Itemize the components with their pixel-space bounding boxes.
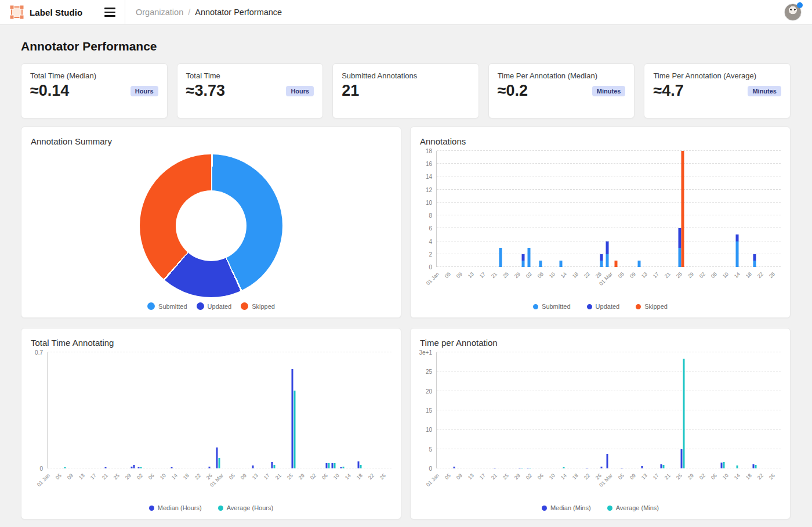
legend-item[interactable]: Average (Hours) (218, 504, 274, 511)
breadcrumb-parent-organization[interactable]: Organization (136, 8, 183, 17)
x-tick-label: 29 (687, 271, 695, 279)
x-tick-label: 05 (55, 472, 63, 481)
legend-item[interactable]: Skipped (241, 302, 275, 310)
legend-item[interactable]: Submitted (533, 303, 571, 310)
x-tick-label: 09 (455, 271, 463, 279)
legend-dot-icon (218, 506, 223, 511)
stat-unit-badge: Minutes (748, 86, 781, 96)
average-bar (683, 359, 684, 468)
legend-label: Updated (596, 303, 620, 310)
label-studio-logo-icon[interactable] (9, 5, 24, 20)
bar-segment (600, 261, 603, 267)
x-tick-label: 18 (571, 472, 579, 481)
bar-group (171, 352, 173, 468)
stat-card-total-time: Total Time ≈3.73 Hours (177, 63, 324, 118)
y-tick-label: 0.7 (35, 349, 43, 356)
y-tick-label: 2 (429, 251, 432, 257)
bar-group (563, 352, 565, 468)
x-tick-label: 05 (444, 271, 452, 279)
x-tick-label: 06 (710, 472, 718, 481)
bar-group (133, 352, 135, 468)
app-name[interactable]: Label Studio (30, 8, 82, 17)
y-tick-label: 12 (426, 186, 432, 193)
average-bar (293, 391, 295, 468)
stacked-bar (681, 151, 684, 267)
legend-item[interactable]: Median (Hours) (149, 504, 202, 511)
stacked-bar (637, 151, 640, 267)
y-tick-label: 0 (39, 465, 43, 472)
bar-segment (528, 248, 531, 267)
x-tick-label: 01 Jan (425, 271, 440, 286)
bar-segment (753, 254, 756, 261)
legend-item[interactable]: Average (Mins) (607, 504, 659, 511)
x-tick-label: 10 (159, 472, 167, 481)
x-tick-label: 10 (722, 271, 730, 279)
y-tick-label: 8 (429, 212, 432, 219)
y-axis: 3e+12520151050 (420, 352, 436, 468)
chart-title: Total Time Annotating (31, 338, 392, 348)
x-tick-label: 21 (490, 472, 498, 481)
stacked-bar (736, 151, 739, 267)
x-tick-label: 06 (147, 472, 155, 481)
y-tick-label: 10 (426, 427, 432, 433)
legend-dot-icon (607, 506, 612, 511)
x-tick-label: 25 (502, 472, 510, 481)
y-tick-label: 16 (426, 161, 432, 167)
annotations-chart-card: Annotations 181614121086420 01 Jan050913… (410, 127, 791, 318)
y-tick-label: 3e+1 (419, 349, 432, 356)
median-bar (326, 463, 328, 468)
bar-group (252, 352, 253, 468)
gridline (437, 429, 781, 429)
x-tick-label: 26 (594, 271, 602, 279)
bar-group (209, 352, 211, 468)
x-tick-label: 10 (722, 472, 730, 481)
x-tick-label: 06 (536, 271, 545, 279)
x-tick-label: 10 (548, 472, 556, 481)
legend-label: Median (Hours) (158, 504, 202, 511)
stacked-bar (614, 151, 617, 267)
bar-group (291, 352, 295, 468)
x-tick-label: 26 (379, 472, 387, 481)
gridline (437, 371, 781, 371)
stacked-bar (539, 151, 542, 267)
average-bar (219, 458, 220, 468)
gridline (437, 352, 781, 352)
legend-dot-icon (149, 506, 154, 511)
y-tick-label: 20 (426, 388, 432, 394)
legend-item[interactable]: Submitted (147, 302, 187, 310)
user-avatar[interactable] (784, 3, 802, 21)
bar-segment (522, 254, 525, 261)
gridline (437, 254, 781, 254)
y-tick-label: 6 (429, 225, 432, 232)
x-tick-label: 29 (124, 472, 132, 481)
x-tick-label: 25 (113, 472, 121, 481)
x-tick-label: 25 (286, 472, 294, 481)
legend-item[interactable]: Updated (197, 302, 232, 310)
legend-item[interactable]: Updated (587, 303, 620, 310)
bar-group (621, 352, 622, 468)
stat-card-total-time-median: Total Time (Median) ≈0.14 Hours (21, 63, 168, 118)
x-tick-label: 02 (698, 271, 706, 279)
x-tick-label: 02 (525, 271, 533, 279)
median-bar (753, 464, 755, 468)
x-axis-labels: 01 Jan050913172125290206101418222601 Mar… (436, 267, 781, 295)
gridline (437, 449, 781, 449)
legend-dot-icon (147, 302, 155, 310)
legend-item[interactable]: Median (Mins) (542, 504, 591, 511)
breadcrumb: Organization / Annotator Performance (136, 8, 282, 17)
hamburger-menu-icon[interactable] (103, 5, 117, 19)
stat-value: ≈0.14 (30, 82, 69, 100)
x-tick-label: 18 (745, 271, 753, 279)
x-tick-label: 14 (560, 271, 568, 279)
x-tick-label: 21 (490, 271, 498, 279)
bar-group (601, 352, 603, 468)
bar-group (340, 352, 345, 468)
x-tick-label: 18 (745, 472, 753, 481)
bar-group (528, 151, 531, 267)
bar-group (527, 352, 531, 468)
stat-card-time-per-annotation-average: Time Per Annotation (Average) ≈4.7 Minut… (644, 63, 791, 118)
stat-value: ≈3.73 (186, 82, 225, 100)
bar-group (721, 352, 725, 468)
notification-dot (797, 2, 803, 8)
legend-item[interactable]: Skipped (636, 303, 668, 310)
